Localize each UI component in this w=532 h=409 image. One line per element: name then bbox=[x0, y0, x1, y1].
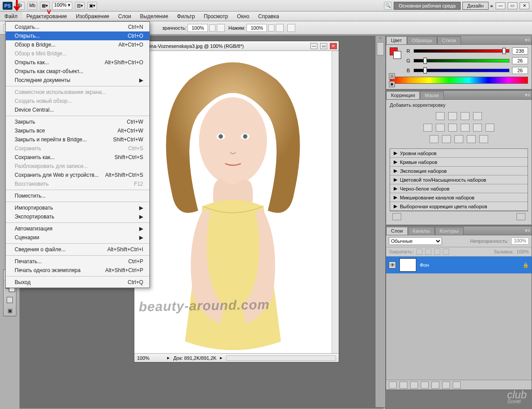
file-menu-item[interactable]: Обзор в Bridge...Alt+Ctrl+O bbox=[6, 40, 149, 49]
window-minimize-button[interactable]: — bbox=[496, 2, 505, 9]
adjustment-preset-row[interactable]: ▶Выборочная коррекция цвета наборов bbox=[390, 202, 528, 210]
file-menu-item[interactable]: Последние документы▶ bbox=[6, 76, 149, 85]
file-menu-item[interactable]: Device Central... bbox=[6, 105, 149, 114]
adj-invert-icon[interactable] bbox=[430, 135, 438, 143]
workspace-primary-button[interactable]: Основная рабочая среда bbox=[394, 2, 461, 10]
airbrush-icon[interactable] bbox=[276, 24, 284, 32]
slider-track[interactable] bbox=[414, 69, 509, 72]
screen-mode-tool[interactable]: ▣ bbox=[4, 305, 16, 316]
menu-просмотр[interactable]: Просмотр bbox=[200, 12, 233, 21]
lock-pixels-icon[interactable] bbox=[416, 249, 422, 255]
opacity-input[interactable] bbox=[188, 24, 208, 32]
file-menu-item[interactable]: Сохранить для Web и устройств...Alt+Shif… bbox=[6, 171, 149, 179]
adj-posterize-icon[interactable] bbox=[442, 135, 451, 143]
adj-balance-icon[interactable] bbox=[448, 124, 457, 132]
layer-name[interactable]: Фон bbox=[420, 262, 429, 268]
file-menu-item[interactable]: Закрыть и перейти в Bridge...Shift+Ctrl+… bbox=[6, 135, 149, 144]
adjustment-preset-row[interactable]: ▶Уровни наборов bbox=[390, 149, 528, 158]
layer-visibility-icon[interactable]: 👁 bbox=[389, 261, 396, 269]
opacity-pressure-icon[interactable] bbox=[217, 24, 225, 32]
lock-all-icon[interactable] bbox=[443, 249, 449, 255]
adjustment-preset-row[interactable]: ▶Цветовой тон/Насыщенность наборов bbox=[390, 175, 528, 184]
websafe-warning-icon[interactable]: ■ bbox=[389, 81, 395, 87]
tab-channels[interactable]: Каналы bbox=[408, 227, 435, 235]
slider-track[interactable] bbox=[414, 59, 509, 62]
adj-mixer-icon[interactable] bbox=[485, 124, 494, 132]
adjustments-panel-menu-icon[interactable]: ▾≡ bbox=[524, 91, 532, 99]
doc-zoom-field[interactable]: 100% bbox=[137, 355, 164, 361]
layer-opacity-input[interactable]: 100% bbox=[511, 238, 529, 245]
file-menu-item[interactable]: ВыходCtrl+Q bbox=[6, 278, 149, 287]
file-menu-item[interactable]: Открыть как смарт-объект... bbox=[6, 67, 149, 76]
adj-exposure-icon[interactable] bbox=[473, 112, 482, 120]
adj-bw-icon[interactable] bbox=[461, 124, 469, 132]
adj-gradientmap-icon[interactable] bbox=[467, 135, 476, 143]
adj-photofilter-icon[interactable] bbox=[473, 124, 482, 132]
lock-position-icon[interactable] bbox=[425, 249, 431, 255]
workspace-design-button[interactable]: Дизайн bbox=[462, 2, 489, 10]
menu-окно[interactable]: Окно bbox=[232, 12, 254, 21]
adj-hue-icon[interactable] bbox=[436, 124, 445, 132]
flow-input[interactable] bbox=[246, 24, 267, 32]
adjustment-layer-icon[interactable] bbox=[421, 382, 429, 389]
dock-icon-history[interactable] bbox=[377, 42, 384, 55]
tab-styles[interactable]: Стили bbox=[437, 36, 461, 44]
adjustment-preset-row[interactable]: ▶Кривые наборов bbox=[390, 158, 528, 167]
layer-thumbnail[interactable] bbox=[399, 258, 416, 272]
delete-layer-icon[interactable] bbox=[453, 382, 461, 389]
adj-levels-icon[interactable] bbox=[448, 112, 457, 120]
group-icon[interactable] bbox=[431, 382, 439, 389]
gamut-warning-icon[interactable]: ⚠ bbox=[389, 73, 395, 79]
window-maximize-button[interactable]: ▭ bbox=[508, 2, 517, 9]
file-menu-item[interactable]: Поместить... bbox=[6, 191, 149, 200]
layer-style-icon[interactable] bbox=[399, 382, 407, 389]
search-icon[interactable]: 🔍 bbox=[384, 2, 392, 10]
tab-color[interactable]: Цвет bbox=[386, 36, 407, 44]
adj-vibrance-icon[interactable] bbox=[423, 124, 432, 132]
blend-mode-select[interactable]: Обычные bbox=[389, 237, 442, 245]
adjustment-preset-row[interactable]: ▶Микширование каналов наборов bbox=[390, 193, 528, 202]
minibridge-button[interactable]: Mb bbox=[27, 2, 37, 10]
menu-выделение[interactable]: Выделение bbox=[136, 12, 173, 21]
tab-masks[interactable]: Маски bbox=[420, 91, 444, 99]
file-menu-item[interactable]: Сведения о файле...Alt+Shift+Ctrl+I bbox=[6, 245, 149, 254]
file-menu-item[interactable]: Автоматизация▶ bbox=[6, 224, 149, 233]
menu-справка[interactable]: Справка bbox=[254, 12, 283, 21]
adj-threshold-icon[interactable] bbox=[454, 135, 463, 143]
file-menu-item[interactable]: Сохранить как...Shift+Ctrl+S bbox=[6, 153, 149, 162]
window-close-button[interactable]: ✕ bbox=[520, 2, 529, 9]
link-layers-icon[interactable] bbox=[389, 382, 397, 389]
layer-mask-icon[interactable] bbox=[410, 382, 418, 389]
doc-vertical-scrollbar[interactable] bbox=[332, 51, 339, 353]
zoom-combo[interactable]: 100% ▾ bbox=[52, 2, 72, 10]
color-bg-swatch[interactable] bbox=[393, 51, 401, 59]
arrange-documents-button[interactable]: ▥▾ bbox=[75, 2, 85, 10]
tab-layers[interactable]: Слои bbox=[386, 227, 408, 235]
slider-value-input[interactable] bbox=[512, 57, 528, 64]
slider-value-input[interactable] bbox=[512, 47, 528, 55]
file-menu-item[interactable]: Открыть как...Alt+Shift+Ctrl+O bbox=[6, 58, 149, 67]
lock-fill-icon[interactable] bbox=[434, 249, 440, 255]
adj-curves-icon[interactable] bbox=[461, 112, 469, 120]
adj-clip-icon[interactable] bbox=[516, 213, 525, 220]
file-menu-item[interactable]: Печать одного экземпляраAlt+Shift+Ctrl+P bbox=[6, 266, 149, 275]
tablet-pressure-icon[interactable] bbox=[287, 24, 295, 32]
tab-swatches[interactable]: Образцы bbox=[407, 36, 437, 44]
file-menu-item[interactable]: Закрыть всеAlt+Ctrl+W bbox=[6, 126, 149, 135]
file-menu-item[interactable]: Создать...Ctrl+N bbox=[6, 23, 149, 31]
file-menu-item[interactable]: Экспортировать▶ bbox=[6, 212, 149, 221]
screen-mode-button[interactable]: ▣▾ bbox=[87, 2, 97, 10]
slider-track[interactable] bbox=[414, 49, 509, 53]
document-titlebar[interactable]: 0.Evelina-Voznesenskaya3.jpg @ 100% (RGB… bbox=[134, 41, 339, 51]
layers-panel-menu-icon[interactable]: ▾≡ bbox=[524, 226, 532, 235]
doc-close-button[interactable]: ✕ bbox=[330, 43, 337, 49]
file-menu-item[interactable]: Сценарии▶ bbox=[6, 233, 149, 242]
layer-row-background[interactable]: 👁 Фон 🔒 bbox=[386, 257, 532, 273]
tab-adjustments[interactable]: Коррекция bbox=[386, 91, 420, 99]
color-panel-menu-icon[interactable]: ▾≡ bbox=[524, 36, 532, 44]
layer-fill-input[interactable]: 100% bbox=[516, 249, 529, 254]
doc-maximize-button[interactable]: ▭ bbox=[320, 43, 327, 49]
file-menu-item[interactable]: ЗакрытьCtrl+W bbox=[6, 117, 149, 126]
tab-paths[interactable]: Контуры bbox=[435, 227, 464, 235]
menu-файл[interactable]: Файл bbox=[0, 12, 22, 21]
